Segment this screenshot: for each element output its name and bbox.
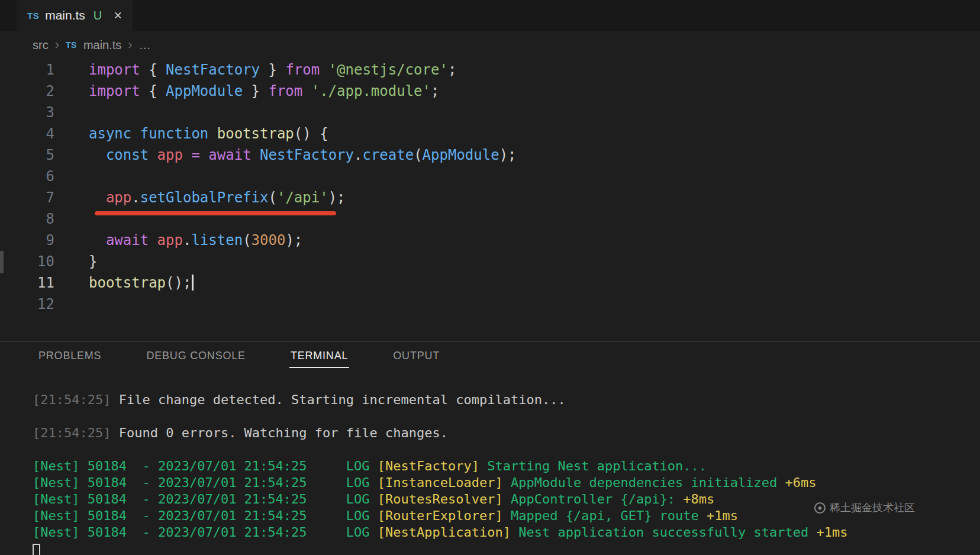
token: +6ms <box>777 475 816 490</box>
token: [Nest] 50184 - 2023/07/01 21:54:25 LOG <box>33 475 378 490</box>
code-content: async function bootstrap() { <box>54 123 328 144</box>
vscode-window: TS main.ts U × src › TS main.ts › … 1imp… <box>0 0 980 555</box>
juejin-watermark: ◆ 稀土掘金技术社区 <box>814 501 915 515</box>
token: const <box>106 147 149 163</box>
token: . <box>183 232 191 249</box>
token: () { <box>294 125 328 142</box>
tab-main-ts[interactable]: TS main.ts U × <box>17 0 132 31</box>
terminal-line: [Nest] 50184 - 2023/07/01 21:54:25 LOG [… <box>33 524 980 541</box>
token: [21:54:25] <box>33 392 111 407</box>
terminal-line: [Nest] 50184 - 2023/07/01 21:54:25 LOG [… <box>33 475 980 491</box>
watermark-text: 稀土掘金技术社区 <box>830 501 915 515</box>
line-number[interactable]: 10 <box>0 251 54 272</box>
token: create <box>362 147 414 163</box>
token: ); <box>499 147 517 163</box>
code-content: import { AppModule } from './app.module'… <box>54 80 439 102</box>
token <box>200 147 208 163</box>
token <box>208 125 217 142</box>
close-icon[interactable]: × <box>114 8 122 22</box>
code-content: await app.listen(3000); <box>54 230 302 251</box>
token: . <box>131 189 140 206</box>
code-content: const app = await NestFactory.create(App… <box>54 144 517 166</box>
line-number[interactable]: 2 <box>0 80 54 102</box>
code-line-7[interactable]: 7 app.setGlobalPrefix('/api'); <box>0 187 980 208</box>
breadcrumb-file[interactable]: main.ts <box>83 38 121 52</box>
token: +1ms <box>817 525 848 540</box>
code-editor[interactable]: 1import { NestFactory } from '@nestjs/co… <box>0 59 980 341</box>
token: ( <box>414 147 422 163</box>
breadcrumb-folder[interactable]: src <box>33 38 49 52</box>
editor-tab-bar: TS main.ts U × <box>0 0 980 31</box>
line-number[interactable]: 5 <box>0 144 54 166</box>
token: bootstrap <box>89 275 166 291</box>
terminal-line: [21:54:25] File change detected. Startin… <box>33 392 980 408</box>
token: from <box>285 62 320 78</box>
token: [Nest] 50184 - 2023/07/01 21:54:25 LOG <box>33 459 378 473</box>
token <box>89 232 106 249</box>
panel-tab-output[interactable]: OUTPUT <box>392 347 441 368</box>
token: [InstanceLoader] <box>378 475 503 490</box>
code-line-1[interactable]: 1import { NestFactory } from '@nestjs/co… <box>0 59 980 80</box>
token <box>302 83 311 99</box>
code-line-12[interactable]: 12 <box>0 293 980 315</box>
token: Found 0 errors. Watching for file change… <box>111 425 448 440</box>
line-number[interactable]: 7 <box>0 187 54 208</box>
terminal-line: [21:54:25] Found 0 errors. Watching for … <box>33 425 980 441</box>
token <box>149 232 157 249</box>
code-line-3[interactable]: 3 <box>0 102 980 123</box>
code-content <box>54 166 89 187</box>
code-line-11[interactable]: 11bootstrap(); <box>0 272 980 293</box>
code-line-2[interactable]: 2import { AppModule } from './app.module… <box>0 80 980 102</box>
code-content: import { NestFactory } from '@nestjs/cor… <box>54 59 456 80</box>
code-line-4[interactable]: 4async function bootstrap() { <box>0 123 980 144</box>
token: app <box>157 232 183 249</box>
juejin-logo-icon: ◆ <box>814 502 826 514</box>
line-number[interactable]: 6 <box>0 166 54 187</box>
token: '/api' <box>277 189 328 206</box>
token: await <box>106 232 149 249</box>
terminal-output[interactable]: [21:54:25] File change detected. Startin… <box>33 392 980 555</box>
chevron-right-icon: › <box>128 37 132 53</box>
breadcrumb: src › TS main.ts › … <box>0 31 980 59</box>
code-content: } <box>54 251 97 272</box>
code-content <box>54 208 89 230</box>
token <box>149 147 157 163</box>
chevron-right-icon: › <box>55 37 59 53</box>
red-underline-annotation <box>95 211 336 215</box>
token: AppModule <box>166 83 243 99</box>
line-number[interactable]: 3 <box>0 102 54 123</box>
breadcrumb-symbol-more[interactable]: … <box>139 38 151 52</box>
token: function <box>140 125 209 142</box>
token: './app.module' <box>311 83 431 99</box>
token: NestFactory <box>166 62 260 78</box>
line-number[interactable]: 11 <box>0 272 54 293</box>
code-content: app.setGlobalPrefix('/api'); <box>54 187 346 208</box>
line-number[interactable]: 1 <box>0 59 54 80</box>
token: listen <box>191 232 243 249</box>
token: (); <box>166 275 191 291</box>
terminal-line <box>33 408 980 425</box>
code-content <box>54 293 89 315</box>
line-number[interactable]: 4 <box>0 123 54 144</box>
token: async <box>89 125 131 142</box>
code-line-10[interactable]: 10} <box>0 251 980 272</box>
line-number[interactable]: 8 <box>0 208 54 230</box>
code-line-9[interactable]: 9 await app.listen(3000); <box>0 230 980 251</box>
panel-tab-problems[interactable]: PROBLEMS <box>37 347 102 368</box>
token: . <box>354 147 362 163</box>
token: NestFactory <box>260 147 354 163</box>
token <box>183 147 191 163</box>
token: [NestFactory] <box>378 459 479 473</box>
line-number[interactable]: 12 <box>0 293 54 315</box>
code-line-5[interactable]: 5 const app = await NestFactory.create(A… <box>0 144 980 166</box>
token: app <box>157 147 183 163</box>
typescript-file-icon: TS <box>27 11 39 21</box>
terminal-cursor <box>33 544 40 555</box>
token: AppController {/api}: <box>503 492 684 506</box>
code-line-6[interactable]: 6 <box>0 166 980 187</box>
panel-tab-debug-console[interactable]: DEBUG CONSOLE <box>145 347 246 368</box>
terminal-line <box>33 541 980 555</box>
token: File change detected. Starting increment… <box>111 392 565 407</box>
panel-tab-terminal[interactable]: TERMINAL <box>289 347 349 368</box>
line-number[interactable]: 9 <box>0 230 54 251</box>
